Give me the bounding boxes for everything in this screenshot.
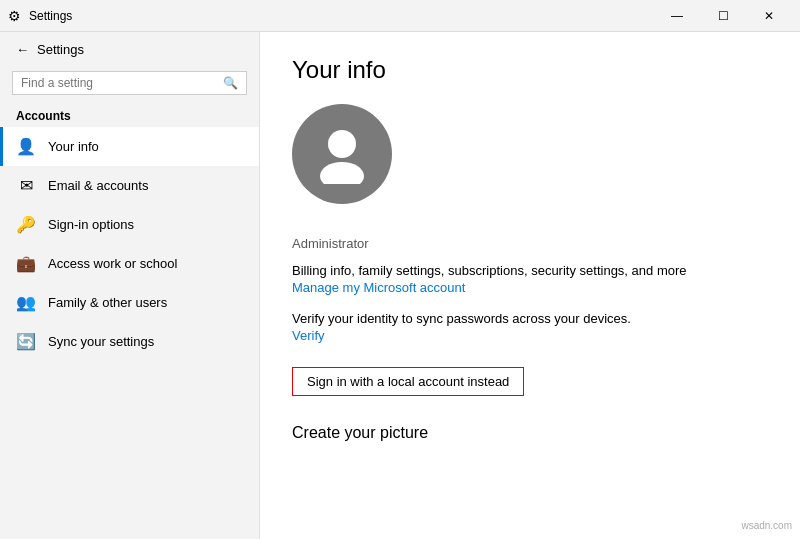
svg-point-0: [328, 130, 356, 158]
verify-link[interactable]: Verify: [292, 328, 768, 343]
sidebar-nav: 👤Your info✉Email & accounts🔑Sign-in opti…: [0, 127, 259, 361]
watermark: wsadn.com: [741, 520, 792, 531]
create-picture-heading: Create your picture: [292, 424, 768, 442]
page-title: Your info: [292, 56, 768, 84]
sidebar-item-sync-settings[interactable]: 🔄Sync your settings: [0, 322, 259, 361]
minimize-button[interactable]: —: [654, 0, 700, 32]
sidebar-label-sign-in-options: Sign-in options: [48, 217, 134, 232]
verify-section: Verify your identity to sync passwords a…: [292, 311, 768, 343]
title-bar-left: ⚙ Settings: [8, 8, 72, 24]
sidebar-item-email-accounts[interactable]: ✉Email & accounts: [0, 166, 259, 205]
local-account-button[interactable]: Sign in with a local account instead: [292, 367, 524, 396]
sidebar-label-family-users: Family & other users: [48, 295, 167, 310]
title-bar-controls: — ☐ ✕: [654, 0, 792, 32]
avatar-area: [292, 104, 768, 216]
sidebar-icon-sync-settings: 🔄: [16, 332, 36, 351]
back-icon: ←: [16, 42, 29, 57]
verify-text: Verify your identity to sync passwords a…: [292, 311, 768, 326]
back-button[interactable]: ← Settings: [0, 32, 259, 67]
sidebar-icon-sign-in-options: 🔑: [16, 215, 36, 234]
sidebar-label-access-work: Access work or school: [48, 256, 177, 271]
avatar-icon: [314, 124, 370, 184]
sidebar-icon-family-users: 👥: [16, 293, 36, 312]
billing-info-section: Billing info, family settings, subscript…: [292, 263, 768, 295]
user-type-label: Administrator: [292, 236, 768, 251]
billing-info-text: Billing info, family settings, subscript…: [292, 263, 768, 278]
search-icon: 🔍: [223, 76, 238, 90]
title-bar: ⚙ Settings — ☐ ✕: [0, 0, 800, 32]
settings-icon: ⚙: [8, 8, 21, 24]
search-input[interactable]: [21, 76, 223, 90]
sidebar-item-sign-in-options[interactable]: 🔑Sign-in options: [0, 205, 259, 244]
search-box[interactable]: 🔍: [12, 71, 247, 95]
sidebar: ← Settings 🔍 Accounts 👤Your info✉Email &…: [0, 32, 260, 539]
app-body: ← Settings 🔍 Accounts 👤Your info✉Email &…: [0, 32, 800, 539]
sidebar-label-sync-settings: Sync your settings: [48, 334, 154, 349]
avatar: [292, 104, 392, 204]
main-content: Your info Administrator Billing info, fa…: [260, 32, 800, 539]
sidebar-item-your-info[interactable]: 👤Your info: [0, 127, 259, 166]
manage-account-link[interactable]: Manage my Microsoft account: [292, 280, 768, 295]
sidebar-item-access-work[interactable]: 💼Access work or school: [0, 244, 259, 283]
close-button[interactable]: ✕: [746, 0, 792, 32]
svg-point-1: [320, 162, 364, 184]
sidebar-section-label: Accounts: [0, 103, 259, 127]
sidebar-label-your-info: Your info: [48, 139, 99, 154]
title-bar-title: Settings: [29, 9, 72, 23]
maximize-button[interactable]: ☐: [700, 0, 746, 32]
back-label: Settings: [37, 42, 84, 57]
sidebar-icon-email-accounts: ✉: [16, 176, 36, 195]
sidebar-item-family-users[interactable]: 👥Family & other users: [0, 283, 259, 322]
sidebar-icon-access-work: 💼: [16, 254, 36, 273]
sidebar-label-email-accounts: Email & accounts: [48, 178, 148, 193]
sidebar-icon-your-info: 👤: [16, 137, 36, 156]
